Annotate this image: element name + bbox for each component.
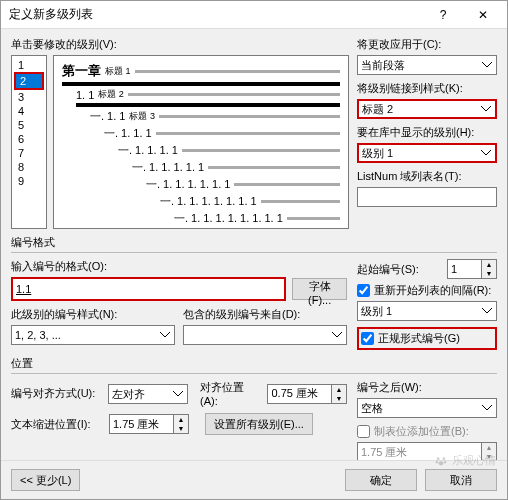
dialog-title: 定义新多级列表 <box>9 6 423 23</box>
start-at-spinner[interactable]: ▲▼ <box>482 259 497 279</box>
level-item[interactable]: 5 <box>14 118 44 132</box>
indent-input[interactable] <box>109 414 174 434</box>
align-at-spinner[interactable]: ▲▼ <box>332 384 347 404</box>
level-item[interactable]: 3 <box>14 90 44 104</box>
restart-level-select[interactable]: 级别 1 <box>357 301 497 321</box>
follow-label: 编号之后(W): <box>357 380 497 395</box>
start-at-label: 起始编号(S): <box>357 262 443 277</box>
link-style-select[interactable]: 标题 2 <box>357 99 497 119</box>
position-title: 位置 <box>11 356 497 374</box>
tab-add-checkbox[interactable] <box>357 425 370 438</box>
level-item-selected[interactable]: 2 <box>14 72 44 90</box>
number-style-label: 此级别的编号样式(N): <box>11 307 175 322</box>
level-item[interactable]: 4 <box>14 104 44 118</box>
number-format-title: 编号格式 <box>11 235 497 253</box>
apply-to-select[interactable]: 当前段落 <box>357 55 497 75</box>
gallery-level-select[interactable]: 级别 1 <box>357 143 497 163</box>
align-at-input[interactable] <box>267 384 332 404</box>
cancel-button[interactable]: 取消 <box>425 469 497 491</box>
start-at-input[interactable] <box>447 259 482 279</box>
tab-add-label[interactable]: 制表位添加位置(B): <box>357 424 497 439</box>
listnum-input[interactable] <box>357 187 497 207</box>
preview-pane: 第一章标题 1 1. 1标题 2 一. 1. 1标题 3 一. 1. 1. 1 … <box>53 55 349 229</box>
gallery-level-label: 要在库中显示的级别(H): <box>357 125 497 140</box>
restart-checkbox-label[interactable]: 重新开始列表的间隔(R): <box>357 283 497 298</box>
level-item[interactable]: 7 <box>14 146 44 160</box>
set-all-levels-button[interactable]: 设置所有级别(E)... <box>205 413 313 435</box>
ok-button[interactable]: 确定 <box>345 469 417 491</box>
level-item[interactable]: 1 <box>14 58 44 72</box>
restart-checkbox[interactable] <box>357 284 370 297</box>
include-from-select[interactable] <box>183 325 347 345</box>
tab-add-spinner: ▲▼ <box>482 442 497 460</box>
number-style-select[interactable]: 1, 2, 3, ... <box>11 325 175 345</box>
level-item[interactable]: 9 <box>14 174 44 188</box>
align-label: 编号对齐方式(U): <box>11 386 102 401</box>
level-item[interactable]: 8 <box>14 160 44 174</box>
include-from-label: 包含的级别编号来自(D): <box>183 307 347 322</box>
level-item[interactable]: 6 <box>14 132 44 146</box>
help-button[interactable]: ? <box>423 2 463 28</box>
link-style-label: 将级别链接到样式(K): <box>357 81 497 96</box>
align-select[interactable]: 左对齐 <box>108 384 188 404</box>
level-list[interactable]: 1 2 3 4 5 6 7 8 9 <box>11 55 47 229</box>
dialog-footer: << 更少(L) 确定 取消 <box>1 460 507 499</box>
titlebar: 定义新多级列表 ? ✕ <box>1 1 507 29</box>
close-button[interactable]: ✕ <box>463 2 503 28</box>
tab-add-input <box>357 442 482 460</box>
listnum-label: ListNum 域列表名(T): <box>357 169 497 184</box>
less-button[interactable]: << 更少(L) <box>11 469 80 491</box>
enter-format-label: 输入编号的格式(O): <box>11 259 347 274</box>
level-list-label: 单击要修改的级别(V): <box>11 37 349 52</box>
number-format-input[interactable] <box>11 277 286 301</box>
legal-numbering-label[interactable]: 正规形式编号(G) <box>357 327 497 350</box>
follow-select[interactable]: 空格 <box>357 398 497 418</box>
indent-spinner[interactable]: ▲▼ <box>174 414 189 434</box>
legal-numbering-checkbox[interactable] <box>361 332 374 345</box>
align-at-label: 对齐位置(A): <box>200 380 261 407</box>
font-button[interactable]: 字体(F)... <box>292 278 347 300</box>
apply-to-label: 将更改应用于(C): <box>357 37 497 52</box>
multilevel-list-dialog: 定义新多级列表 ? ✕ 单击要修改的级别(V): 1 2 3 4 5 6 7 8 <box>0 0 508 500</box>
indent-label: 文本缩进位置(I): <box>11 417 103 432</box>
